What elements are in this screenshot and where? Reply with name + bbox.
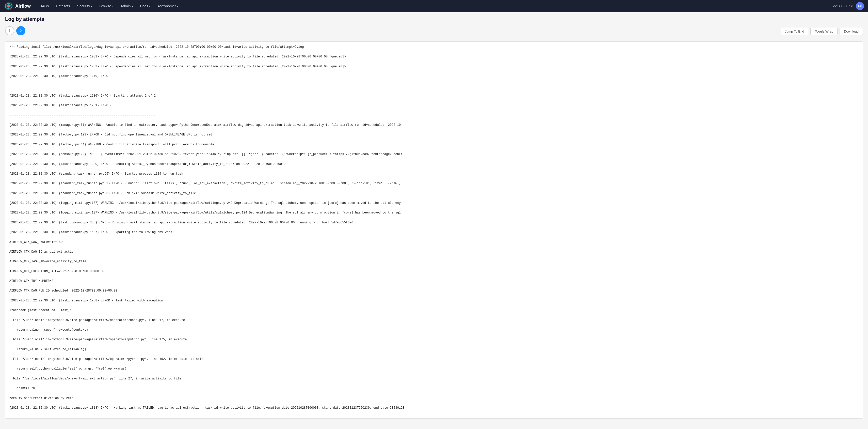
log-toolbar: Jump To End Toggle Wrap Download xyxy=(781,28,863,35)
chevron-down-icon: ▾ xyxy=(149,5,150,8)
log-line: [2023-01-23, 22:02:30 UTC] {taskinstance… xyxy=(9,54,859,59)
log-line: Traceback (most recent call last): xyxy=(9,308,859,313)
log-line: File "/usr/local/lib/python3.9/site-pack… xyxy=(9,337,859,342)
log-line: *** Reading local file: /usr/local/airfl… xyxy=(9,45,859,50)
time-display[interactable]: 22:39 UTC ▾ xyxy=(833,4,853,8)
log-line: ----------------------------------------… xyxy=(9,84,859,89)
log-line: AIRFLOW_CTX_DAG_OWNER=airflow xyxy=(9,240,859,245)
nav-browse[interactable]: Browse ▾ xyxy=(97,3,116,10)
nav-dags[interactable]: DAGs xyxy=(37,3,51,10)
log-line: [2023-01-23, 22:02:30 UTC] {console.py:2… xyxy=(9,152,859,157)
brand-text: Airflow xyxy=(15,4,31,9)
log-line: [2023-01-23, 22:02:30 UTC] {taskinstance… xyxy=(9,230,859,235)
log-container[interactable]: *** Reading local file: /usr/local/airfl… xyxy=(5,41,863,419)
page-title: Log by attempts xyxy=(5,16,863,22)
log-line: [2023-01-23, 22:02:30 UTC] {taskinstance… xyxy=(9,64,859,69)
log-line: [2023-01-23, 22:02:30 UTC] {standard_tas… xyxy=(9,172,859,176)
log-line: return_value = self.execute_callable() xyxy=(9,347,859,352)
log-line: [2023-01-23, 22:02:30 UTC] {logging_mixi… xyxy=(9,201,859,206)
nav-security[interactable]: Security ▾ xyxy=(75,3,95,10)
brand[interactable]: Airflow xyxy=(4,2,31,11)
log-line: AIRFLOW_CTX_DAG_ID=ac_api_extraction xyxy=(9,250,859,254)
log-line: ----------------------------------------… xyxy=(9,113,859,118)
chevron-down-icon: ▾ xyxy=(177,5,178,8)
nav-admin[interactable]: Admin ▾ xyxy=(118,3,135,10)
airflow-logo-icon xyxy=(4,2,13,11)
log-line: AIRFLOW_CTX_DAG_RUN_ID=scheduled__2022-1… xyxy=(9,288,859,293)
log-line: AIRFLOW_CTX_TRY_NUMBER=2 xyxy=(9,279,859,284)
log-line: [2023-01-23, 22:02:30 UTC] {taskinstance… xyxy=(9,103,859,108)
chevron-down-icon: ▾ xyxy=(851,4,853,8)
nav-datasets[interactable]: Datasets xyxy=(53,3,72,10)
log-line: [2023-01-23, 22:02:30 UTC] {factory.py:4… xyxy=(9,142,859,147)
toggle-wrap-button[interactable]: Toggle Wrap xyxy=(810,28,838,35)
log-line: return_value = super().execute(context) xyxy=(9,327,859,333)
navbar: Airflow DAGs Datasets Security ▾ Browse … xyxy=(0,0,868,12)
log-line: [2023-01-23, 22:02:30 UTC] {standard_tas… xyxy=(9,181,859,186)
log-line: print(10/0) xyxy=(9,386,859,391)
navbar-right: 22:39 UTC ▾ AU xyxy=(833,2,864,10)
tabs-toolbar-row: 1 2 Jump To End Toggle Wrap Download xyxy=(5,26,863,38)
jump-to-end-button[interactable]: Jump To End xyxy=(781,28,809,35)
log-line: AIRFLOW_CTX_EXECUTION_DATE=2022-10-28T00… xyxy=(9,269,859,274)
log-line: [2023-01-23, 22:02:30 UTC] {logging_mixi… xyxy=(9,210,859,215)
nav-docs[interactable]: Docs ▾ xyxy=(137,3,153,10)
page-content: Log by attempts 1 2 Jump To End Toggle W… xyxy=(0,12,868,423)
attempt-tab-1[interactable]: 1 xyxy=(5,26,14,35)
log-line: [2023-01-23, 22:02:30 UTC] {taskinstance… xyxy=(9,93,859,98)
log-line: AIRFLOW_CTX_TASK_ID=write_activity_to_fi… xyxy=(9,259,859,264)
attempt-tab-2[interactable]: 2 xyxy=(16,26,25,35)
log-line: File "/usr/local/lib/python3.9/site-pack… xyxy=(9,357,859,362)
download-button[interactable]: Download xyxy=(840,28,863,35)
log-line: [2023-01-23, 22:02:30 UTC] {factory.py:1… xyxy=(9,133,859,137)
log-line: File "/usr/local/lib/python3.9/site-pack… xyxy=(9,318,859,323)
chevron-down-icon: ▾ xyxy=(132,5,133,8)
chevron-down-icon: ▾ xyxy=(91,5,92,8)
log-line: [2023-01-23, 22:02:30 UTC] {manager.py:6… xyxy=(9,123,859,127)
chevron-down-icon: ▾ xyxy=(112,5,114,8)
nav-astronomer[interactable]: Astronomer ▾ xyxy=(155,3,181,10)
log-line: [2023-01-23, 22:02:30 UTC] {taskinstance… xyxy=(9,406,859,410)
log-line: ZeroDivisionError: division by zero xyxy=(9,396,859,401)
log-line: [2023-01-23, 22:02:30 UTC] {taskinstance… xyxy=(9,74,859,79)
log-line: return self.python_callable(*self.op_arg… xyxy=(9,367,859,371)
user-avatar[interactable]: AU xyxy=(856,2,864,10)
log-line: [2023-01-23, 22:02:30 UTC] {standard_tas… xyxy=(9,191,859,196)
log-line: [2023-01-23, 22:02:30 UTC] {task_command… xyxy=(9,220,859,225)
log-line: File "/usr/local/airflow/dags/one-off/ap… xyxy=(9,376,859,381)
log-line: [2023-01-23, 22:02:30 UTC] {taskinstance… xyxy=(9,162,859,167)
svg-point-1 xyxy=(7,5,10,8)
log-line: [2023-01-23, 22:02:30 UTC] {taskinstance… xyxy=(9,298,859,303)
attempt-tabs: 1 2 xyxy=(5,26,25,35)
